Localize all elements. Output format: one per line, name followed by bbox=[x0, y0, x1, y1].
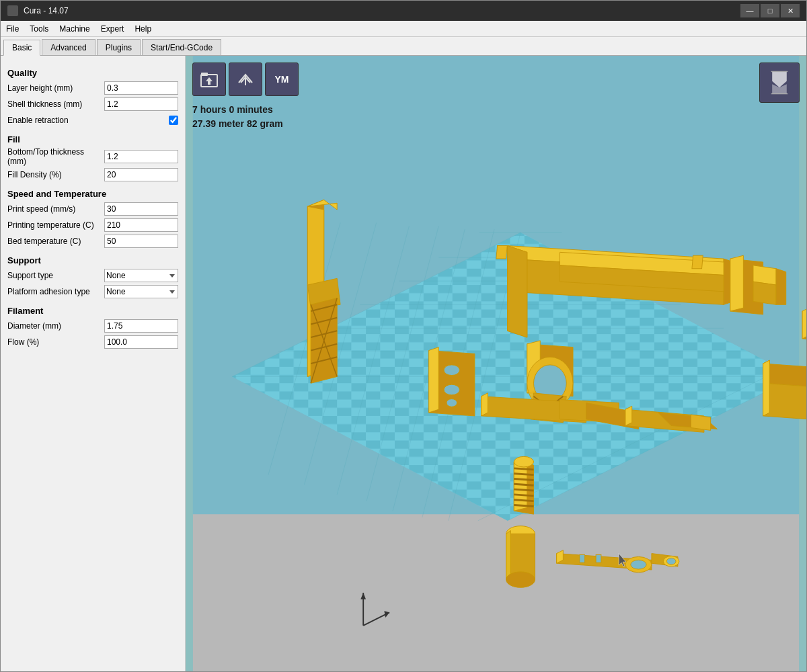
svg-point-69 bbox=[514, 456, 533, 467]
sidebar: Quality Layer height (mm) Shell thicknes… bbox=[1, 56, 186, 671]
svg-marker-94 bbox=[763, 360, 770, 416]
close-button[interactable]: ✕ bbox=[781, 4, 800, 17]
corner-icon-button[interactable] bbox=[759, 62, 800, 103]
layer-height-input[interactable] bbox=[104, 81, 178, 95]
printing-temp-label: Printing temperature (C) bbox=[7, 220, 104, 230]
bed-temp-label: Bed temperature (C) bbox=[7, 237, 104, 246]
fill-density-row: Fill Density (%) bbox=[7, 167, 178, 182]
svg-line-73 bbox=[514, 484, 533, 485]
print-speed-row: Print speed (mm/s) bbox=[7, 202, 178, 216]
enable-retraction-row: Enable retraction bbox=[7, 113, 178, 128]
flow-label: Flow (%) bbox=[7, 337, 104, 347]
svg-marker-41 bbox=[508, 246, 527, 337]
print-info: 7 hours 0 minutes 27.39 meter 82 gram bbox=[192, 103, 283, 131]
fill-section-title: Fill bbox=[7, 134, 178, 144]
bottom-top-thickness-input[interactable] bbox=[104, 150, 178, 163]
maximize-button[interactable]: □ bbox=[761, 4, 779, 17]
window-controls: — □ ✕ bbox=[740, 4, 800, 17]
printing-temp-input[interactable] bbox=[104, 218, 178, 232]
svg-rect-44 bbox=[496, 246, 507, 259]
svg-line-74 bbox=[514, 489, 533, 491]
diameter-row: Diameter (mm) bbox=[7, 319, 178, 333]
app-icon bbox=[7, 5, 18, 16]
svg-marker-63 bbox=[429, 347, 439, 413]
platform-adhesion-row: Platform adhesion type None Brim Raft bbox=[7, 284, 178, 299]
menu-expert[interactable]: Expert bbox=[95, 21, 130, 36]
shell-thickness-row: Shell thickness (mm) bbox=[7, 97, 178, 112]
enable-retraction-checkbox[interactable] bbox=[169, 116, 178, 125]
menu-bar: File Tools Machine Expert Help bbox=[1, 21, 806, 37]
speed-temp-section-title: Speed and Temperature bbox=[7, 189, 178, 199]
svg-line-75 bbox=[514, 495, 533, 496]
tab-basic[interactable]: Basic bbox=[3, 40, 40, 56]
fill-density-label: Fill Density (%) bbox=[7, 170, 104, 179]
bottom-top-thickness-row: Bottom/Top thickness (mm) bbox=[7, 147, 178, 166]
bed-temp-input[interactable] bbox=[104, 235, 178, 248]
quality-section-title: Quality bbox=[7, 68, 178, 78]
minimize-button[interactable]: — bbox=[740, 4, 759, 17]
svg-line-71 bbox=[514, 474, 533, 475]
svg-marker-50 bbox=[776, 269, 786, 305]
3d-viewport[interactable]: YM 7 hours 0 minutes 27.39 meter 82 gram bbox=[186, 56, 806, 671]
tab-startend-gcode[interactable]: Start/End-GCode bbox=[142, 39, 221, 55]
title-bar: Cura - 14.07 — □ ✕ bbox=[1, 1, 806, 21]
menu-tools[interactable]: Tools bbox=[24, 21, 54, 36]
svg-rect-45 bbox=[692, 255, 703, 268]
support-section-title: Support bbox=[7, 255, 178, 265]
print-speed-label: Print speed (mm/s) bbox=[7, 204, 104, 214]
load-model-button[interactable] bbox=[192, 62, 226, 96]
svg-marker-1 bbox=[193, 514, 799, 671]
svg-rect-87 bbox=[596, 555, 601, 563]
view-button[interactable] bbox=[229, 62, 262, 96]
diameter-label: Diameter (mm) bbox=[7, 321, 104, 331]
main-window: Cura - 14.07 — □ ✕ File Tools Machine Ex… bbox=[0, 0, 807, 672]
menu-help[interactable]: Help bbox=[129, 21, 157, 36]
enable-retraction-label: Enable retraction bbox=[7, 116, 169, 125]
svg-marker-111 bbox=[206, 77, 213, 81]
shell-thickness-input[interactable] bbox=[104, 97, 178, 111]
platform-adhesion-select[interactable]: None Brim Raft bbox=[104, 285, 178, 298]
svg-line-70 bbox=[514, 468, 533, 470]
svg-marker-80 bbox=[506, 530, 511, 579]
svg-marker-49 bbox=[753, 282, 776, 304]
svg-line-77 bbox=[514, 505, 533, 506]
svg-marker-101 bbox=[625, 406, 632, 425]
toolbar-icons: YM bbox=[192, 62, 299, 96]
layer-height-label: Layer height (mm) bbox=[7, 83, 104, 93]
title-bar-left: Cura - 14.07 bbox=[7, 5, 69, 16]
svg-point-65 bbox=[444, 384, 459, 395]
shell-thickness-label: Shell thickness (mm) bbox=[7, 99, 104, 109]
diameter-input[interactable] bbox=[104, 319, 178, 333]
svg-point-81 bbox=[506, 572, 535, 587]
svg-marker-59 bbox=[482, 393, 488, 416]
tab-bar: Basic Advanced Plugins Start/End-GCode bbox=[1, 37, 806, 56]
svg-rect-110 bbox=[201, 73, 208, 76]
filament-section-title: Filament bbox=[7, 306, 178, 316]
ym-button[interactable]: YM bbox=[265, 62, 299, 96]
support-type-label: Support type bbox=[7, 271, 104, 280]
fill-density-input[interactable] bbox=[104, 168, 178, 181]
svg-point-85 bbox=[631, 560, 646, 569]
svg-line-72 bbox=[514, 479, 533, 480]
svg-point-66 bbox=[447, 399, 457, 407]
tab-plugins[interactable]: Plugins bbox=[97, 39, 141, 55]
support-type-row: Support type None Touching buildplate Ev… bbox=[7, 268, 178, 283]
layer-height-row: Layer height (mm) bbox=[7, 81, 178, 95]
print-time: 7 hours 0 minutes bbox=[192, 103, 283, 117]
printing-temp-row: Printing temperature (C) bbox=[7, 218, 178, 233]
main-area: Quality Layer height (mm) Shell thicknes… bbox=[1, 56, 806, 671]
svg-marker-97 bbox=[802, 308, 806, 339]
menu-file[interactable]: File bbox=[1, 21, 24, 36]
bottom-top-thickness-label: Bottom/Top thickness (mm) bbox=[7, 147, 104, 166]
menu-machine[interactable]: Machine bbox=[54, 21, 95, 36]
support-type-select[interactable]: None Touching buildplate Everywhere bbox=[104, 269, 178, 282]
flow-row: Flow (%) bbox=[7, 335, 178, 349]
bed-temp-row: Bed temperature (C) bbox=[7, 234, 178, 249]
svg-rect-86 bbox=[580, 555, 585, 563]
platform-adhesion-label: Platform adhesion type bbox=[7, 287, 104, 296]
svg-point-90 bbox=[666, 558, 676, 564]
tab-advanced[interactable]: Advanced bbox=[42, 39, 95, 55]
flow-input[interactable] bbox=[104, 335, 178, 349]
print-speed-input[interactable] bbox=[104, 202, 178, 216]
print-material: 27.39 meter 82 gram bbox=[192, 117, 283, 131]
